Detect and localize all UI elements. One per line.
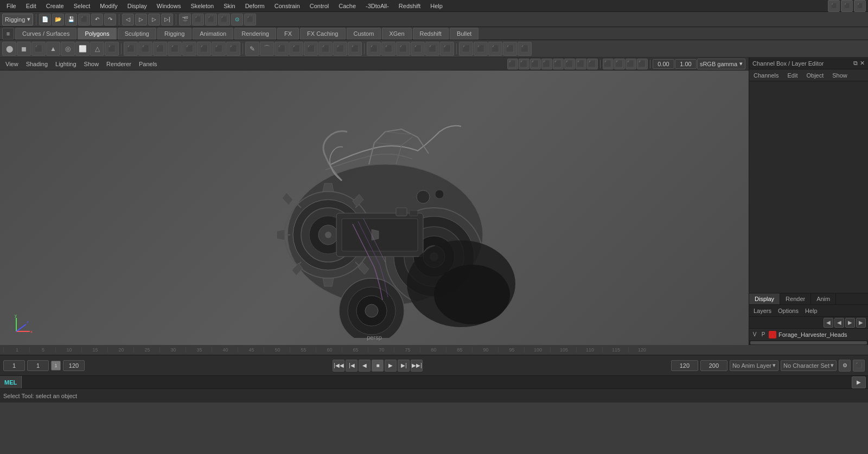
vp-ao-btn[interactable]: ⬛ bbox=[637, 59, 648, 69]
vp-orbit-btn[interactable]: ⬛ bbox=[541, 59, 552, 69]
retopo-btn[interactable]: ⬛ bbox=[348, 42, 362, 56]
tab-fx-caching[interactable]: FX Caching bbox=[300, 28, 345, 40]
first-frame-btn[interactable]: |◀◀ bbox=[333, 360, 344, 372]
anim-layer-dropdown[interactable]: No Anim Layer ▾ bbox=[730, 360, 778, 371]
sel1-btn[interactable]: ⬛ bbox=[367, 42, 381, 56]
sphere-icon-btn[interactable]: ⬤ bbox=[2, 42, 16, 56]
combine-btn[interactable]: ⬛ bbox=[197, 42, 211, 56]
script-run-btn[interactable]: ▶ bbox=[852, 376, 866, 388]
vp-view[interactable]: View bbox=[3, 60, 21, 68]
merge-btn[interactable]: ⬛ bbox=[168, 42, 182, 56]
play-btn[interactable]: ▷ bbox=[135, 14, 147, 25]
layer-v-btn[interactable]: V bbox=[751, 331, 758, 337]
cylinder-icon-btn[interactable]: ⬛ bbox=[31, 42, 46, 56]
tab-curves-surfaces[interactable]: Curves / Surfaces bbox=[15, 28, 76, 40]
vp-lighting[interactable]: Lighting bbox=[53, 60, 79, 68]
tab-fx[interactable]: FX bbox=[277, 28, 299, 40]
smooth-btn[interactable]: ⬛ bbox=[226, 42, 240, 56]
menu-display[interactable]: Display bbox=[123, 2, 151, 10]
layer-menu-layers[interactable]: Layers bbox=[751, 308, 774, 314]
menu-select[interactable]: Select bbox=[69, 2, 95, 10]
vp-renderer[interactable]: Renderer bbox=[104, 60, 133, 68]
tab-animation[interactable]: Animation bbox=[193, 28, 233, 40]
menu-skeleton[interactable]: Skeleton bbox=[186, 2, 218, 10]
render-btn[interactable]: 🎬 bbox=[179, 14, 191, 25]
sel2-btn[interactable]: ⬛ bbox=[381, 42, 395, 56]
vp-light-btn[interactable]: ⬛ bbox=[587, 59, 598, 69]
menu-skin[interactable]: Skin bbox=[219, 2, 239, 10]
tab-xgen[interactable]: XGen bbox=[382, 28, 411, 40]
last-frame-btn[interactable]: ▷| bbox=[161, 14, 173, 25]
extrude-btn[interactable]: ⬛ bbox=[153, 42, 167, 56]
open-scene-btn[interactable]: 📂 bbox=[52, 14, 64, 25]
display-tab-display[interactable]: Display bbox=[749, 293, 780, 304]
next-key-btn[interactable]: ▷ bbox=[148, 14, 160, 25]
plane-icon-btn[interactable]: ⬜ bbox=[75, 42, 90, 56]
cone-icon-btn[interactable]: ▲ bbox=[46, 42, 60, 56]
menu-edit[interactable]: Edit bbox=[22, 2, 41, 10]
tab-polygons[interactable]: Polygons bbox=[78, 28, 116, 40]
vp-mode-btn[interactable]: ⬛ bbox=[603, 59, 614, 69]
back-play-btn[interactable]: ◀ bbox=[359, 360, 371, 372]
render-cam-btn[interactable]: ⊙ bbox=[231, 14, 243, 25]
sel4-btn[interactable]: ⬛ bbox=[411, 42, 425, 56]
curve-btn[interactable]: ⌒ bbox=[260, 42, 274, 56]
rp-scroll-thumb[interactable] bbox=[750, 341, 867, 344]
ui-icon-3[interactable]: ⬛ bbox=[854, 0, 866, 12]
tab-custom[interactable]: Custom bbox=[347, 28, 381, 40]
torus-icon-btn[interactable]: ◎ bbox=[61, 42, 75, 56]
save-scene-btn[interactable]: 💾 bbox=[65, 14, 77, 25]
next-frame-btn[interactable]: ▶| bbox=[398, 360, 410, 372]
tab-rigging[interactable]: Rigging bbox=[157, 28, 192, 40]
vp-cam-btn[interactable]: ⬛ bbox=[614, 59, 625, 69]
vp-solid-btn[interactable]: ⬛ bbox=[564, 59, 575, 69]
audio-btn[interactable]: ⬛ bbox=[853, 360, 865, 372]
menu-cache[interactable]: Cache bbox=[334, 2, 360, 10]
right-panel-float[interactable]: ⧉ bbox=[853, 60, 858, 67]
vp-panels[interactable]: Panels bbox=[137, 60, 159, 68]
snap3-btn[interactable]: ⬛ bbox=[488, 42, 502, 56]
snap2-btn[interactable]: ⬛ bbox=[474, 42, 488, 56]
layer-prev-btn[interactable]: ◀ bbox=[824, 318, 833, 328]
sel3-btn[interactable]: ⬛ bbox=[396, 42, 410, 56]
camera-near-input[interactable] bbox=[653, 59, 674, 69]
new-scene-btn[interactable]: 📄 bbox=[39, 14, 51, 25]
mirror-btn[interactable]: ⬛ bbox=[333, 42, 347, 56]
channel-tab-channels[interactable]: Channels bbox=[749, 69, 783, 81]
layer-p-btn[interactable]: P bbox=[760, 331, 767, 337]
render4-btn[interactable]: ⬛ bbox=[218, 14, 230, 25]
display-tab-anim[interactable]: Anim bbox=[811, 293, 836, 304]
menu-constrain[interactable]: Constrain bbox=[270, 2, 304, 10]
menu-control[interactable]: Control bbox=[305, 2, 333, 10]
vp-texture-btn[interactable]: ⬛ bbox=[576, 59, 586, 69]
anim-end-input[interactable] bbox=[700, 360, 727, 371]
layer-menu-help[interactable]: Help bbox=[803, 308, 820, 314]
vp-zoom-btn[interactable]: ⬛ bbox=[530, 59, 541, 69]
vp-select-btn[interactable]: ⬛ bbox=[507, 59, 518, 69]
prev-frame-btn[interactable]: |◀ bbox=[346, 360, 358, 372]
range-start-input[interactable] bbox=[27, 360, 49, 371]
viewport-canvas[interactable]: x y z persp bbox=[0, 71, 749, 345]
camera-far-input[interactable] bbox=[675, 59, 697, 69]
anim-start-input[interactable] bbox=[671, 360, 698, 371]
channel-tab-show[interactable]: Show bbox=[828, 69, 852, 81]
stop-btn[interactable]: ■ bbox=[372, 360, 384, 372]
layer-row[interactable]: V P Forage_Harvester_Heads bbox=[749, 329, 868, 341]
char-set-dropdown[interactable]: No Character Set ▾ bbox=[781, 360, 837, 371]
ring-btn[interactable]: ⬛ bbox=[318, 42, 333, 56]
right-panel-close[interactable]: ✕ bbox=[860, 60, 865, 67]
layer-next-btn[interactable]: ▶ bbox=[845, 318, 855, 328]
menu-redshift[interactable]: Redshift bbox=[394, 2, 425, 10]
script-input[interactable] bbox=[22, 376, 852, 388]
layer-next2-btn[interactable]: ▶ bbox=[856, 318, 866, 328]
loop-btn[interactable]: ⬛ bbox=[304, 42, 318, 56]
color-space-dropdown[interactable]: sRGB gamma ▾ bbox=[697, 59, 745, 69]
render2-btn[interactable]: ⬛ bbox=[192, 14, 204, 25]
key-mode-btn[interactable]: ⚙ bbox=[839, 360, 851, 372]
tab-bullet[interactable]: Bullet bbox=[450, 28, 479, 40]
render3-btn[interactable]: ⬛ bbox=[205, 14, 217, 25]
bevel-btn[interactable]: ⬛ bbox=[124, 42, 138, 56]
split-btn[interactable]: ⬛ bbox=[182, 42, 196, 56]
current-frame-input[interactable] bbox=[3, 360, 25, 371]
ui-icon-2[interactable]: ⬛ bbox=[841, 0, 853, 12]
